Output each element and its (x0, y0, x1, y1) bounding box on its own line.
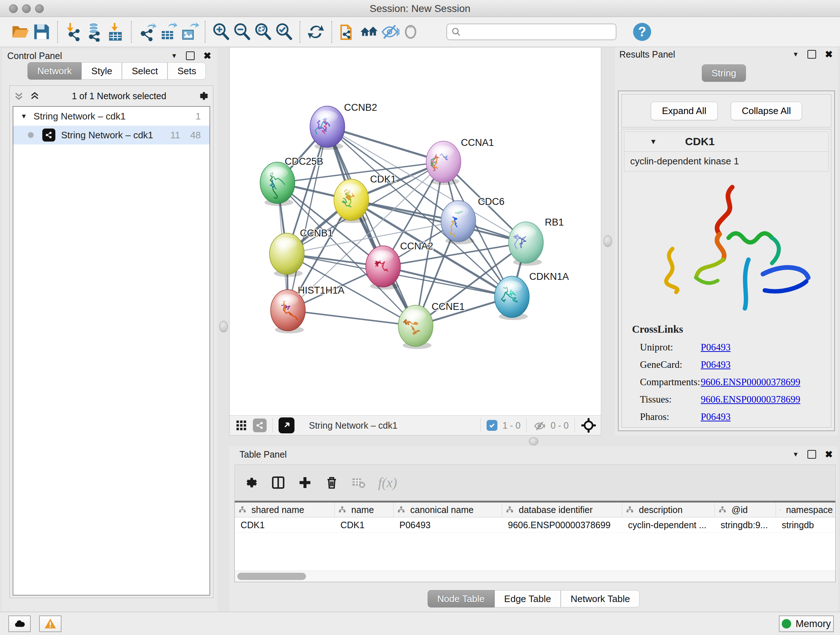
column-header--id[interactable]: @id (715, 502, 776, 517)
network-row-selected[interactable]: String Network – cdk1 11 48 (13, 126, 210, 144)
network-collection-row[interactable]: ▼ String Network – cdk1 1 (13, 107, 210, 126)
refresh-layout-icon[interactable] (305, 21, 326, 43)
crosslink-label: Compartments: (640, 377, 701, 388)
scrollbar-thumb[interactable] (237, 573, 306, 580)
right-splitter-handle[interactable] (603, 235, 612, 247)
table-panel-close-icon[interactable]: ✖ (825, 451, 833, 458)
network-node-CCNE1[interactable] (398, 305, 433, 349)
expand-all-icon[interactable] (29, 90, 40, 101)
expand-all-button[interactable]: Expand All (651, 102, 718, 120)
column-header-description[interactable]: description (622, 502, 715, 517)
crosslink-compartments-link[interactable]: 9606.ENSP00000378699 (701, 377, 800, 388)
zoom-fit-icon[interactable] (253, 21, 273, 43)
fit-content-crosshair-icon[interactable] (581, 417, 597, 433)
network-edge-CCNA2-CDKN1A[interactable] (383, 266, 512, 297)
tab-node-table[interactable]: Node Table (428, 590, 494, 608)
zoom-out-icon[interactable] (232, 21, 253, 43)
table-cell[interactable]: stringdb:9... (715, 517, 776, 532)
tab-select[interactable]: Select (122, 62, 167, 80)
selected-nodes-checkbox-icon[interactable] (486, 420, 497, 431)
export-table-icon[interactable] (158, 21, 179, 43)
birds-eye-view-icon[interactable] (279, 417, 294, 433)
grid-view-icon[interactable] (235, 420, 247, 431)
table-cell[interactable]: 9606.ENSP00000378699 (502, 517, 622, 532)
network-node-label-CDC6: CDC6 (478, 196, 505, 207)
zoom-in-icon[interactable] (210, 21, 232, 43)
tab-sets[interactable]: Sets (167, 62, 206, 80)
column-header-shared-name[interactable]: shared name (235, 502, 335, 517)
network-node-RB1[interactable] (508, 222, 543, 266)
add-column-icon[interactable] (298, 475, 312, 490)
results-panel-float-icon[interactable] (807, 50, 816, 59)
column-header-canonical-name[interactable]: canonical name (393, 502, 502, 517)
table-options-gear-icon[interactable] (244, 475, 259, 490)
control-panel-close-icon[interactable]: ✖ (203, 52, 211, 59)
crosslink-tissues-link[interactable]: 9606.ENSP00000378699 (701, 394, 800, 405)
table-cell[interactable]: P06493 (393, 517, 502, 532)
delete-column-trash-icon[interactable] (325, 475, 339, 490)
string-document-icon[interactable] (337, 21, 358, 43)
import-network-database-icon[interactable] (84, 21, 105, 43)
export-network-icon[interactable] (137, 21, 158, 43)
table-panel-float-icon[interactable] (807, 450, 816, 459)
network-node-CCNB2[interactable] (310, 106, 345, 150)
warning-status-button[interactable] (39, 616, 62, 632)
network-node-CCNB1[interactable] (270, 233, 304, 277)
table-cell[interactable]: stringdb (776, 517, 833, 532)
network-edge-CCNB2-CCNE1[interactable] (327, 127, 416, 326)
network-canvas[interactable]: CCNB2CCNA1CDC25BCDK1CDC6RB1CCNB1CCNA2CDK… (230, 48, 601, 415)
collapse-all-icon[interactable] (13, 90, 24, 101)
protein-expander-icon[interactable]: ▼ (650, 138, 657, 146)
crosslink-genecard-link[interactable]: P06493 (701, 359, 731, 371)
tree-expander-icon[interactable]: ▼ (21, 112, 27, 120)
network-options-gear-icon[interactable] (198, 90, 210, 102)
export-image-icon[interactable] (179, 21, 200, 43)
column-header-namespace[interactable]: namespace (776, 502, 833, 517)
show-columns-icon[interactable] (271, 475, 286, 490)
table-horizontal-scrollbar[interactable] (235, 570, 835, 582)
table-row[interactable]: CDK1CDK1P064939606.ENSP00000378699cyclin… (235, 517, 835, 533)
zoom-selected-icon[interactable] (273, 21, 294, 43)
network-edge-HIST1H1A-CCNE1[interactable] (288, 310, 416, 326)
tab-network-table[interactable]: Network Table (561, 590, 639, 608)
column-header-database-identifier[interactable]: database identifier (502, 502, 622, 517)
column-header-name[interactable]: name (335, 502, 393, 517)
help-button[interactable]: ? (633, 23, 651, 41)
network-share-icon[interactable] (253, 418, 267, 432)
results-panel-close-icon[interactable]: ✖ (825, 51, 833, 58)
open-session-icon[interactable] (10, 21, 31, 43)
network-node-CCNA2[interactable] (366, 246, 401, 290)
bottom-splitter-handle[interactable] (529, 437, 538, 445)
cloud-status-button[interactable] (8, 616, 31, 632)
protein-header-row[interactable]: ▼ CDK1 (624, 131, 829, 152)
tab-network[interactable]: Network (27, 62, 81, 80)
crosslink-uniprot-link[interactable]: P06493 (701, 342, 731, 353)
network-edge-CCNB2-CCNA1[interactable] (327, 127, 444, 162)
network-node-CDC25B[interactable] (260, 162, 295, 206)
table-cell[interactable]: CDK1 (235, 517, 335, 532)
home-pages-icon[interactable] (358, 21, 379, 43)
control-panel-menu-icon[interactable]: ▼ (171, 52, 177, 60)
show-panel-eye-icon[interactable] (400, 21, 421, 43)
search-input[interactable] (464, 27, 611, 37)
import-network-file-icon[interactable] (63, 21, 84, 43)
table-cell[interactable]: cyclin-dependent ... (622, 517, 715, 532)
tab-string[interactable]: String (702, 65, 746, 82)
tab-edge-table[interactable]: Edge Table (494, 590, 561, 608)
results-panel-menu-icon[interactable]: ▼ (792, 51, 799, 58)
network-node-CDKN1A[interactable] (494, 276, 529, 320)
crosslink-pharos-link[interactable]: P06493 (701, 411, 731, 423)
control-panel-float-icon[interactable] (186, 51, 195, 60)
tab-style[interactable]: Style (81, 62, 122, 80)
table-panel-menu-icon[interactable]: ▼ (792, 451, 799, 458)
network-node-CCNA1[interactable] (426, 141, 461, 185)
network-node-HIST1H1A[interactable] (271, 290, 305, 333)
memory-button[interactable]: Memory (779, 616, 834, 632)
collapse-all-button[interactable]: Collapse All (731, 102, 802, 120)
hide-panel-eye-icon[interactable] (379, 21, 400, 43)
table-cell[interactable]: CDK1 (335, 517, 393, 532)
left-splitter-handle[interactable] (219, 321, 228, 333)
column-type-icon (718, 506, 726, 514)
save-session-icon[interactable] (31, 21, 52, 43)
import-table-file-icon[interactable] (105, 21, 126, 43)
